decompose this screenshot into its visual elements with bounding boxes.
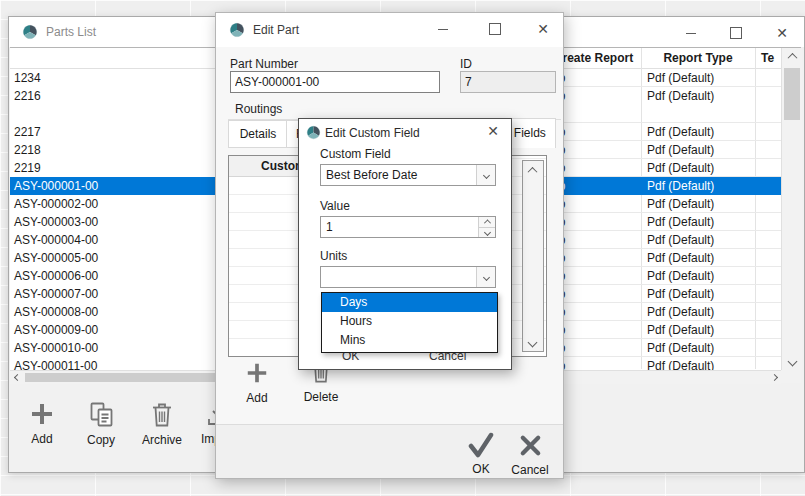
cancel-button[interactable]: Cancel [503, 434, 557, 477]
report-type-cell: Pdf (Default) [647, 357, 714, 370]
close-icon: ✕ [537, 22, 549, 36]
check-icon [467, 432, 495, 458]
add-custom-field-button[interactable]: Add [234, 361, 280, 405]
chevron-up-icon [527, 166, 537, 176]
scroll-right-button[interactable] [767, 371, 781, 384]
column-header-report-type[interactable]: Report Type [641, 48, 755, 68]
spin-down-button[interactable] [479, 228, 495, 238]
report-type-cell: Pdf (Default) [647, 231, 714, 249]
minimize-button[interactable] [676, 19, 706, 47]
maximize-icon [489, 23, 501, 35]
close-button[interactable]: ✕ [767, 19, 797, 47]
part-number-cell: 2219 [14, 159, 41, 177]
archive-button[interactable]: Archive [132, 401, 192, 447]
app-background: Parts List ✕ Create Report Report Type T… [0, 0, 805, 496]
minimize-button[interactable] [428, 15, 458, 43]
minimize-icon [686, 33, 696, 34]
spin-up-button[interactable] [479, 217, 495, 228]
tab-details[interactable]: Details [228, 120, 288, 148]
close-button[interactable]: ✕ [528, 15, 558, 43]
ok-button-label: OK [472, 462, 489, 476]
chevron-up-icon [483, 220, 490, 227]
report-type-cell: Pdf (Default) [647, 123, 714, 141]
value-text: 1 [326, 217, 333, 237]
scroll-up-button[interactable] [523, 161, 541, 179]
report-type-cell: Pdf (Default) [647, 303, 714, 321]
units-dropdown-list: Days Hours Mins [321, 292, 498, 353]
units-select[interactable] [320, 266, 496, 288]
maximize-button[interactable] [480, 15, 510, 43]
custom-field-select[interactable]: Best Before Date [320, 164, 496, 186]
dropdown-option-hours[interactable]: Hours [322, 312, 497, 331]
maximize-icon [730, 27, 742, 39]
custom-field-value: Best Before Date [326, 165, 417, 185]
dropdown-option-mins[interactable]: Mins [322, 331, 497, 350]
scroll-up-button[interactable] [782, 48, 802, 65]
part-number-cell: ASY-000004-00 [14, 231, 98, 249]
part-number-cell: ASY-000003-00 [14, 213, 98, 231]
report-type-cell: Pdf (Default) [647, 177, 714, 195]
chevron-right-icon [770, 374, 777, 381]
cross-icon [519, 434, 542, 457]
minimize-icon [438, 29, 448, 30]
add-button-label: Add [31, 432, 52, 446]
scrollbar-thumb[interactable] [784, 68, 800, 120]
part-number-cell: ASY-000002-00 [14, 195, 98, 213]
delete-button-label: Delete [304, 390, 339, 404]
edit-custom-field-dialog: Edit Custom Field ✕ Custom Field Best Be… [298, 118, 512, 370]
dropdown-option-days[interactable]: Days [322, 293, 497, 312]
part-number-cell: ASY-000006-00 [14, 267, 98, 285]
app-logo-icon [229, 22, 245, 38]
report-type-cell: Pdf (Default) [647, 267, 714, 285]
chevron-up-icon [787, 53, 797, 63]
close-icon: ✕ [776, 26, 788, 40]
app-logo-icon [22, 24, 38, 40]
part-number-label: Part Number [230, 57, 298, 71]
part-number-input[interactable] [230, 71, 440, 93]
edit-custom-field-title: Edit Custom Field [325, 126, 420, 140]
plus-icon [29, 401, 55, 427]
close-icon: ✕ [487, 124, 499, 138]
ok-button[interactable]: OK [459, 432, 503, 476]
part-number-cell: 2218 [14, 141, 41, 159]
report-type-cell: Pdf (Default) [647, 141, 714, 159]
report-type-cell: Pdf (Default) [647, 249, 714, 267]
copy-icon [88, 401, 115, 428]
part-number-cell: ASY-000011-00 [14, 357, 97, 370]
vertical-scrollbar[interactable] [781, 48, 802, 370]
grid-vertical-scrollbar[interactable] [522, 160, 544, 352]
part-number-cell: 2217 [14, 123, 41, 141]
report-type-cell: Pdf (Default) [647, 321, 714, 339]
dropdown-button[interactable] [476, 165, 495, 185]
chevron-left-icon [13, 374, 20, 381]
part-number-cell: 2216 [14, 87, 41, 105]
tab-routings[interactable]: Routings [235, 102, 282, 116]
maximize-button[interactable] [721, 19, 751, 47]
id-field: 7 [460, 71, 556, 93]
report-type-cell: Pdf (Default) [647, 339, 714, 357]
value-label: Value [320, 199, 350, 213]
report-type-cell: Pdf (Default) [647, 285, 714, 303]
custom-field-label: Custom Field [320, 147, 391, 161]
cancel-button-label: Cancel [511, 463, 548, 477]
edit-part-titlebar: Edit Part ✕ [216, 13, 563, 47]
units-label: Units [320, 249, 347, 263]
report-type-cell: Pdf (Default) [647, 87, 714, 105]
copy-button[interactable]: Copy [71, 401, 131, 447]
dropdown-button[interactable] [476, 267, 495, 287]
scroll-down-button[interactable] [523, 333, 541, 351]
app-logo-icon [306, 125, 321, 140]
archive-button-label: Archive [142, 433, 182, 447]
chevron-down-icon [482, 171, 489, 178]
part-number-cell: 1234 [14, 69, 41, 87]
chevron-down-icon [483, 229, 490, 236]
part-number-cell: ASY-000008-00 [14, 303, 98, 321]
part-number-cell: ASY-000010-00 [14, 339, 98, 357]
add-button[interactable]: Add [12, 401, 72, 446]
part-number-cell: ASY-000005-00 [14, 249, 98, 267]
scroll-left-button[interactable] [10, 371, 24, 384]
chevron-down-icon [527, 337, 537, 347]
close-button[interactable]: ✕ [481, 120, 505, 142]
scroll-down-button[interactable] [782, 353, 802, 370]
value-stepper[interactable]: 1 [320, 216, 496, 238]
